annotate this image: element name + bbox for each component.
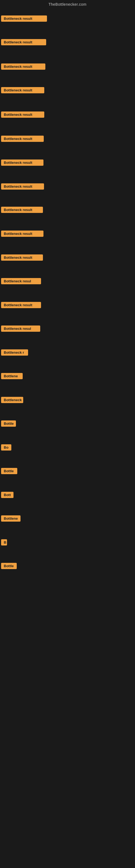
- bottleneck-badge-row-10: Bottleneck result: [1, 230, 43, 238]
- bottleneck-badge-row-23: B: [1, 539, 7, 547]
- bottleneck-badge-20: Bottle: [1, 468, 17, 474]
- bottleneck-badge-12: Bottleneck resul: [1, 278, 41, 284]
- bottleneck-badge-15: Bottleneck r: [1, 349, 28, 355]
- bottleneck-badge-18: Bottle: [1, 421, 16, 427]
- bottleneck-badge-row-17: Bottleneck: [1, 397, 23, 404]
- bottleneck-badge-row-5: Bottleneck result: [1, 112, 44, 119]
- bottleneck-badge-1: Bottleneck result: [1, 16, 47, 22]
- bottleneck-badge-row-2: Bottleneck result: [1, 39, 46, 46]
- bottleneck-badge-10: Bottleneck result: [1, 230, 43, 237]
- bottleneck-badge-row-13: Bottleneck result: [1, 302, 41, 309]
- bottleneck-badge-row-16: Bottlene: [1, 373, 23, 380]
- bottleneck-badge-4: Bottleneck result: [1, 87, 44, 93]
- bottleneck-badge-21: Bott: [1, 492, 13, 498]
- bottleneck-badge-row-19: Bo: [1, 444, 11, 452]
- bottleneck-badge-3: Bottleneck result: [1, 63, 45, 70]
- bottleneck-badge-5: Bottleneck result: [1, 112, 44, 118]
- bottleneck-badge-row-22: Bottlene: [1, 516, 20, 523]
- bottleneck-badge-8: Bottleneck result: [1, 183, 44, 190]
- bottleneck-badge-row-14: Bottleneck resul: [1, 326, 40, 333]
- bottleneck-badge-row-20: Bottle: [1, 468, 17, 475]
- bottleneck-badge-row-1: Bottleneck result: [1, 16, 47, 23]
- bottleneck-badge-row-11: Bottleneck result: [1, 254, 43, 262]
- bottleneck-badge-17: Bottleneck: [1, 397, 23, 403]
- bottleneck-badge-row-3: Bottleneck result: [1, 63, 45, 71]
- bottleneck-badge-9: Bottleneck result: [1, 207, 43, 213]
- bottleneck-badge-row-9: Bottleneck result: [1, 207, 43, 214]
- bottleneck-badge-22: Bottlene: [1, 516, 20, 522]
- bottleneck-badge-row-8: Bottleneck result: [1, 183, 44, 191]
- bottleneck-badge-row-6: Bottleneck result: [1, 135, 44, 143]
- bottleneck-badge-24: Bottle: [1, 563, 17, 569]
- bottleneck-badge-row-21: Bott: [1, 492, 13, 499]
- bottleneck-badge-16: Bottlene: [1, 373, 23, 379]
- bottleneck-badge-6: Bottleneck result: [1, 135, 44, 142]
- bottleneck-badge-2: Bottleneck result: [1, 39, 46, 45]
- site-title: TheBottlenecker.com: [0, 0, 135, 8]
- bottleneck-badge-row-24: Bottle: [1, 563, 17, 570]
- bottleneck-badge-7: Bottleneck result: [1, 159, 43, 166]
- bottleneck-badge-row-12: Bottleneck resul: [1, 278, 41, 285]
- bottleneck-badge-row-18: Bottle: [1, 421, 16, 428]
- bottleneck-badge-13: Bottleneck result: [1, 302, 41, 308]
- bottleneck-badge-19: Bo: [1, 444, 11, 451]
- bottleneck-badge-row-4: Bottleneck result: [1, 87, 44, 94]
- bottleneck-badge-row-15: Bottleneck r: [1, 349, 28, 357]
- bottleneck-badge-23: B: [1, 539, 7, 546]
- bottleneck-badge-row-7: Bottleneck result: [1, 159, 43, 167]
- bottleneck-badge-14: Bottleneck resul: [1, 326, 40, 332]
- bottleneck-badge-11: Bottleneck result: [1, 254, 43, 261]
